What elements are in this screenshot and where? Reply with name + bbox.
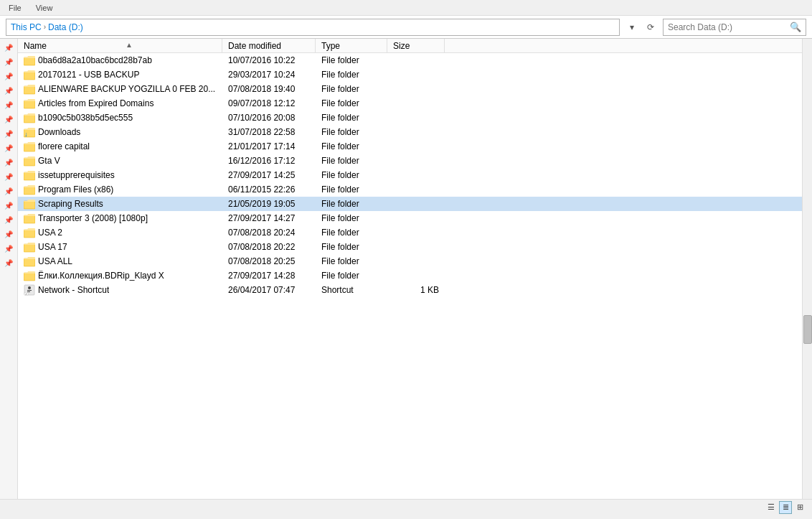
svg-rect-4 — [24, 86, 35, 94]
search-box[interactable]: 🔍 — [663, 19, 806, 36]
file-name-cell: Transporter 3 (2008) [1080p] — [18, 211, 222, 225]
folder-icon — [24, 155, 35, 167]
pin-icon-2[interactable]: 📌 — [3, 56, 14, 67]
file-row[interactable]: USA 1707/08/2018 20:22File folder — [18, 240, 802, 254]
file-size-cell — [387, 268, 445, 283]
file-date-cell: 31/07/2018 22:58 — [222, 125, 316, 139]
menu-view[interactable]: View — [33, 2, 56, 14]
sort-arrow: ▲ — [126, 41, 133, 49]
scrollbar[interactable] — [802, 39, 812, 499]
file-row[interactable]: b1090c5b038b5d5ec55507/10/2016 20:08File… — [18, 111, 802, 125]
svg-rect-35 — [27, 291, 30, 292]
file-row[interactable]: Articles from Expired Domains09/07/2018 … — [18, 96, 802, 111]
view-tiles-btn[interactable]: ⊞ — [793, 501, 806, 514]
file-name-text: florere capital — [38, 141, 90, 151]
pin-icon-14[interactable]: 📌 — [3, 228, 14, 240]
pin-icon-15[interactable]: 📌 — [3, 243, 14, 254]
pin-icon-10[interactable]: 📌 — [3, 171, 14, 182]
folder-icon: ↓ — [24, 126, 35, 138]
pin-icon-3[interactable]: 📌 — [3, 70, 14, 82]
file-date-cell: 27/09/2017 14:27 — [222, 211, 316, 225]
file-type-cell: File folder — [316, 125, 387, 139]
file-type-cell: File folder — [316, 254, 387, 268]
file-type-cell: File folder — [316, 82, 387, 96]
file-date-cell: 26/04/2017 07:47 — [222, 283, 316, 297]
breadcrumb[interactable]: This PC › Data (D:) — [6, 19, 620, 36]
file-row[interactable]: 0ba6d8a2a10bac6bcd28b7ab10/07/2016 10:22… — [18, 53, 802, 67]
file-row[interactable]: Scraping Results21/05/2019 19:05File fol… — [18, 197, 802, 211]
pin-icon-4[interactable]: 📌 — [3, 85, 14, 96]
dropdown-btn[interactable]: ▾ — [624, 19, 640, 35]
file-size-cell — [387, 82, 445, 96]
menu-file[interactable]: File — [6, 2, 24, 14]
file-date-cell: 29/03/2017 10:24 — [222, 67, 316, 82]
file-row[interactable]: USA ALL07/08/2018 20:25File folder — [18, 254, 802, 268]
pin-icon-12[interactable]: 📌 — [3, 200, 14, 211]
pin-icon-6[interactable]: 📌 — [3, 113, 14, 125]
file-name-text: 0ba6d8a2a10bac6bcd28b7ab — [38, 55, 152, 65]
file-row[interactable]: USA 207/08/2018 20:24File folder — [18, 225, 802, 240]
file-size-cell — [387, 125, 445, 139]
menu-bar[interactable]: File View — [6, 2, 55, 14]
file-row[interactable]: ↗ Network - Shortcut26/04/2017 07:47Shor… — [18, 283, 802, 297]
file-row[interactable]: ↓Downloads31/07/2018 22:58File folder — [18, 125, 802, 139]
file-name-text: USA ALL — [38, 256, 72, 266]
view-details-btn[interactable]: ≣ — [779, 501, 792, 514]
file-date-cell: 09/07/2018 12:12 — [222, 96, 316, 111]
file-date-cell: 06/11/2015 22:26 — [222, 182, 316, 197]
file-row[interactable]: Program Files (x86)06/11/2015 22:26File … — [18, 182, 802, 197]
search-input[interactable] — [668, 22, 790, 32]
file-row[interactable]: florere capital21/01/2017 17:14File fold… — [18, 139, 802, 154]
file-row[interactable]: ALIENWARE BACKUP YOGZILLA 0 FEB 20...07/… — [18, 82, 802, 96]
view-list-btn[interactable]: ☰ — [765, 501, 778, 514]
svg-text:↗: ↗ — [25, 293, 27, 296]
svg-rect-26 — [24, 244, 35, 252]
pin-icon-1[interactable]: 📌 — [3, 42, 14, 53]
file-type-cell: File folder — [316, 111, 387, 125]
file-name-text: Scraping Results — [38, 199, 103, 209]
status-bar: ☰ ≣ ⊞ — [0, 499, 812, 515]
file-name-cell: 0ba6d8a2a10bac6bcd28b7ab — [18, 53, 222, 67]
file-name-text: Gta V — [38, 156, 60, 166]
pin-icon-5[interactable]: 📌 — [3, 99, 14, 111]
file-date-cell: 21/05/2019 19:05 — [222, 197, 316, 211]
file-date-cell: 16/12/2016 17:12 — [222, 154, 316, 168]
file-date-cell: 21/01/2017 17:14 — [222, 139, 316, 154]
refresh-btn[interactable]: ⟳ — [643, 19, 658, 35]
pin-icon-8[interactable]: 📌 — [3, 142, 14, 154]
file-date-cell: 07/08/2018 20:25 — [222, 254, 316, 268]
col-header-name[interactable]: Name — [18, 39, 222, 52]
file-name-text: issetupprerequisites — [38, 170, 115, 180]
file-name-cell: USA 17 — [18, 240, 222, 254]
pin-icon-16[interactable]: 📌 — [3, 257, 14, 268]
file-type-cell: File folder — [316, 211, 387, 225]
file-row[interactable]: Gta V16/12/2016 17:12File folder — [18, 154, 802, 168]
file-size-cell — [387, 168, 445, 182]
folder-icon — [24, 241, 35, 253]
breadcrumb-drive[interactable]: Data (D:) — [48, 22, 83, 32]
folder-icon — [24, 256, 35, 267]
file-row[interactable]: Ёлки.Коллекция.BDRip_Klayd X27/09/2017 1… — [18, 268, 802, 283]
file-row[interactable]: Transporter 3 (2008) [1080p]27/09/2017 1… — [18, 211, 802, 225]
scrollbar-thumb[interactable] — [803, 315, 812, 344]
view-toggle: ☰ ≣ ⊞ — [765, 501, 806, 514]
file-row[interactable]: 20170121 - USB BACKUP29/03/2017 10:24Fil… — [18, 67, 802, 82]
pin-icon-13[interactable]: 📌 — [3, 214, 14, 225]
col-header-date[interactable]: Date modified — [222, 39, 316, 52]
pin-icon-11[interactable]: 📌 — [3, 185, 14, 197]
pin-icon-9[interactable]: 📌 — [3, 156, 14, 168]
address-bar: This PC › Data (D:) ▾ ⟳ 🔍 — [0, 16, 812, 39]
pin-icon-7[interactable]: 📌 — [3, 128, 14, 139]
file-row[interactable]: issetupprerequisites27/09/2017 14:25File… — [18, 168, 802, 182]
search-icon[interactable]: 🔍 — [790, 22, 801, 32]
download-arrow-icon: ↓ — [24, 131, 28, 138]
file-name-cell: ↗ Network - Shortcut — [18, 283, 222, 297]
file-date-cell: 07/08/2018 20:24 — [222, 225, 316, 240]
folder-icon — [24, 98, 35, 109]
file-type-cell: File folder — [316, 182, 387, 197]
breadcrumb-this-pc[interactable]: This PC — [11, 22, 42, 32]
file-name-cell: Articles from Expired Domains — [18, 96, 222, 111]
folder-icon — [24, 198, 35, 210]
col-header-type[interactable]: Type — [316, 39, 387, 52]
col-header-size[interactable]: Size — [387, 39, 445, 52]
